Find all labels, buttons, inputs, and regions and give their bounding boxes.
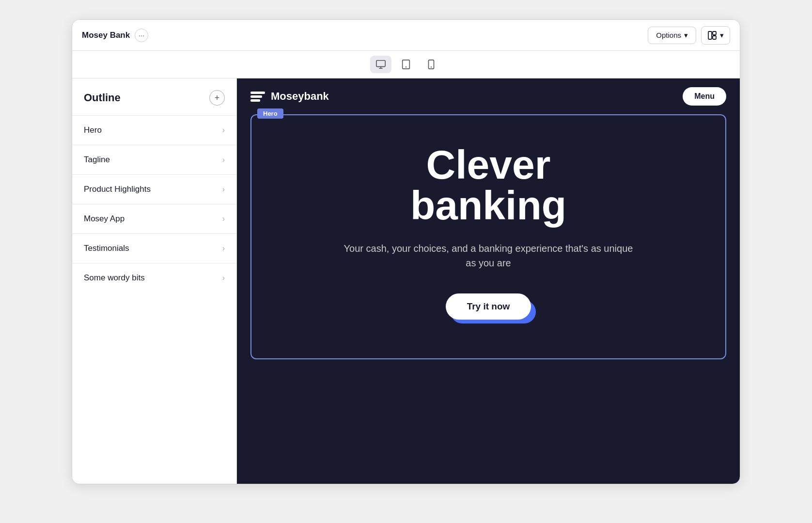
try-btn-wrapper: Try it now — [446, 293, 531, 320]
options-label: Options — [656, 31, 681, 39]
sidebar-item-label: Tagline — [84, 155, 110, 165]
phone-view-button[interactable] — [421, 56, 442, 73]
svg-rect-2 — [713, 36, 716, 39]
chevron-down-icon: ▾ — [684, 31, 688, 40]
try-it-now-button[interactable]: Try it now — [446, 293, 531, 320]
chevron-down-icon-layout: ▾ — [720, 31, 724, 40]
preview-navbar: Moseybank Menu — [237, 78, 740, 114]
chevron-right-icon: › — [222, 244, 225, 253]
chevron-right-icon: › — [222, 185, 225, 194]
add-section-button[interactable]: + — [209, 90, 225, 106]
logo-line-1 — [250, 92, 265, 94]
hero-section: Hero Clever banking Your cash, your choi… — [250, 114, 726, 359]
sidebar-item-tagline[interactable]: Tagline › — [72, 145, 236, 174]
chevron-right-icon: › — [222, 126, 225, 135]
top-bar-right: Options ▾ ▾ — [648, 26, 730, 45]
desktop-view-button[interactable] — [370, 56, 391, 73]
svg-rect-1 — [713, 31, 716, 35]
hero-label: Hero — [257, 108, 283, 119]
tablet-icon — [401, 59, 411, 70]
logo-icon — [250, 92, 265, 102]
menu-button[interactable]: Menu — [683, 87, 726, 106]
top-bar-left: Mosey Bank ··· — [82, 29, 148, 42]
sidebar-item-label: Hero — [84, 125, 102, 135]
ellipsis-button[interactable]: ··· — [135, 29, 148, 42]
sidebar-item-label: Mosey App — [84, 214, 125, 224]
sidebar-header: Outline + — [72, 78, 236, 115]
desktop-icon — [375, 59, 386, 70]
sidebar-item-mosey-app[interactable]: Mosey App › — [72, 204, 236, 233]
device-toolbar — [72, 51, 740, 78]
sidebar-item-product-highlights[interactable]: Product Highlights › — [72, 174, 236, 204]
layout-icon — [707, 31, 717, 40]
chevron-right-icon: › — [222, 215, 225, 223]
moseybank-logo: Moseybank — [250, 90, 329, 103]
sidebar-item-testimonials[interactable]: Testimonials › — [72, 233, 236, 263]
chevron-right-icon: › — [222, 155, 225, 164]
options-button[interactable]: Options ▾ — [648, 27, 696, 44]
chevron-right-icon: › — [222, 274, 225, 282]
sidebar-title: Outline — [84, 92, 121, 104]
preview-area: Moseybank Menu Hero Clever banking Your … — [237, 78, 740, 484]
sidebar-item-label: Some wordy bits — [84, 273, 145, 283]
logo-line-2 — [250, 95, 262, 98]
svg-rect-0 — [708, 31, 712, 39]
hero-title-line2: banking — [410, 183, 566, 228]
phone-icon — [426, 59, 437, 70]
app-window: Mosey Bank ··· Options ▾ ▾ — [72, 19, 740, 484]
logo-text: Moseybank — [271, 90, 329, 103]
sidebar-item-hero[interactable]: Hero › — [72, 115, 236, 145]
logo-line-3 — [250, 99, 260, 102]
sidebar: Outline + Hero › Tagline › Product Highl… — [72, 78, 237, 484]
tablet-view-button[interactable] — [395, 56, 417, 73]
sidebar-item-label: Product Highlights — [84, 185, 151, 194]
main-content: Outline + Hero › Tagline › Product Highl… — [72, 78, 740, 484]
sidebar-item-some-wordy-bits[interactable]: Some wordy bits › — [72, 263, 236, 292]
svg-rect-3 — [376, 61, 385, 67]
layout-button[interactable]: ▾ — [701, 26, 730, 45]
hero-title: Clever banking — [271, 144, 706, 226]
top-bar: Mosey Bank ··· Options ▾ ▾ — [72, 20, 740, 51]
hero-title-line1: Clever — [426, 142, 551, 187]
sidebar-item-label: Testimonials — [84, 244, 129, 253]
hero-subtitle: Your cash, your choices, and a banking e… — [343, 241, 634, 270]
app-title: Mosey Bank — [82, 31, 130, 40]
